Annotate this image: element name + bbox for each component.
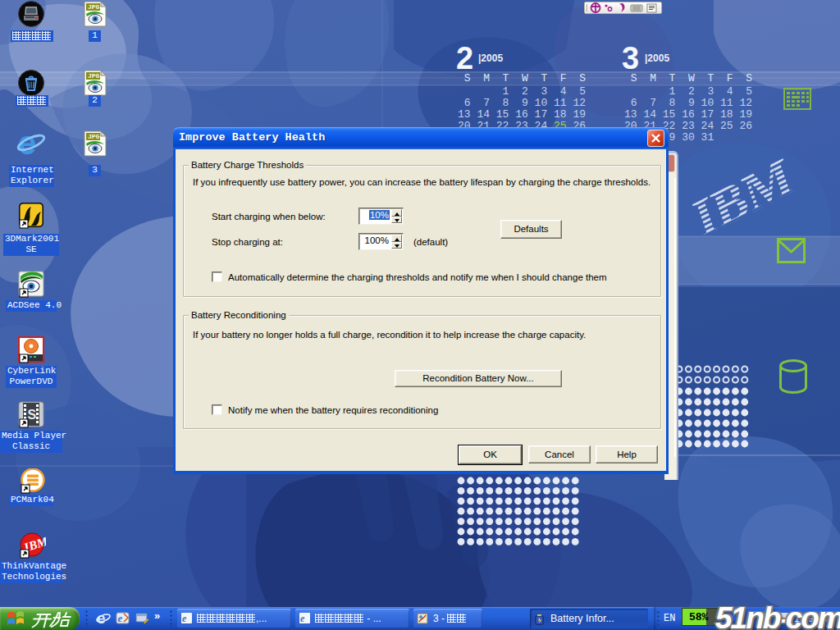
- svg-text:JPG: JPG: [88, 3, 100, 11]
- svg-text:S: S: [28, 408, 37, 422]
- svg-text:e: e: [118, 612, 123, 624]
- svg-text:e: e: [300, 613, 305, 624]
- svg-text:e: e: [182, 613, 187, 624]
- svg-text:IBM: IBM: [687, 146, 799, 249]
- svg-text:JPG: JPG: [88, 72, 100, 80]
- svg-text:JPG: JPG: [88, 133, 100, 140]
